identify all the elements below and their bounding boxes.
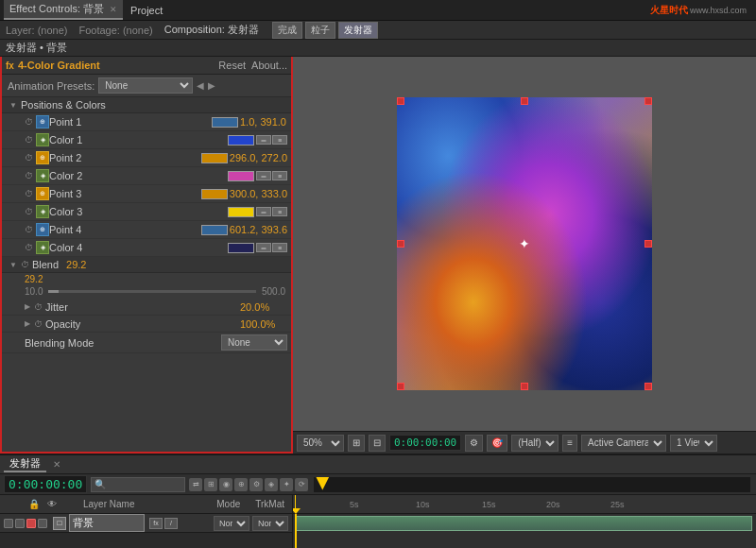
reset-btn[interactable]: Reset	[218, 60, 246, 71]
presets-nav-left[interactable]: ◀	[197, 80, 204, 91]
handle-middle-right[interactable]	[644, 240, 652, 248]
jitter-value[interactable]: 20.0%	[240, 301, 287, 313]
search-input[interactable]	[91, 477, 185, 492]
tl-layer-bar[interactable]	[295, 516, 752, 531]
layer-shy-btn[interactable]	[38, 519, 47, 528]
point2-stopwatch[interactable]: ⏱	[25, 153, 33, 163]
opacity-stopwatch[interactable]: ⏱	[34, 319, 43, 329]
tl-col-trkmat-header: TrkMat	[255, 499, 284, 509]
handle-top-right[interactable]	[644, 97, 652, 105]
particle-btn[interactable]: 粒子	[305, 22, 335, 39]
tl-icon-7[interactable]: ✦	[280, 478, 293, 491]
layer-lock-btn[interactable]	[15, 519, 25, 528]
point1-value[interactable]: 1.0, 391.0	[240, 116, 287, 128]
color4-mini-btn2[interactable]: ≡	[272, 243, 287, 252]
color4-mini-btn1[interactable]: ═	[256, 243, 271, 252]
time-tick-5s: 5s	[350, 500, 359, 509]
color2-stopwatch[interactable]: ⏱	[25, 171, 33, 180]
layer-mode-select[interactable]: Nor...	[214, 516, 249, 531]
comp-ctrl-btn2[interactable]: ⊟	[369, 435, 386, 452]
point3-color-chip[interactable]	[201, 189, 228, 199]
color1-chip[interactable]	[228, 135, 254, 146]
about-btn[interactable]: About...	[251, 60, 287, 71]
color2-mini-btn1[interactable]: ═	[256, 171, 271, 180]
handle-bottom-left[interactable]	[397, 383, 404, 390]
tl-icon-4[interactable]: ⊕	[234, 478, 248, 491]
project-tab[interactable]: Project	[125, 0, 168, 20]
comp-controls-bar: 50% ⊞ ⊟ 0:00:00:00 ⚙ 🎯 (Half) ≡ Active C…	[293, 431, 756, 454]
blend-value[interactable]: 29.2	[66, 259, 86, 270]
blend-slider[interactable]	[48, 290, 256, 293]
quality-select[interactable]: (Half)	[511, 435, 558, 452]
blend-display-value[interactable]: 29.2	[25, 274, 43, 284]
layer-name-field[interactable]: 背景	[69, 514, 145, 532]
point2-value[interactable]: 296.0, 272.0	[230, 152, 287, 163]
layer-fx-btn[interactable]: fx	[149, 518, 163, 529]
timeline-tab-close[interactable]: ✕	[53, 459, 60, 470]
tl-playhead[interactable]	[295, 514, 297, 548]
zoom-select[interactable]: 50%	[297, 435, 344, 452]
tl-icon-1[interactable]: ⇄	[189, 478, 202, 491]
color3-stopwatch[interactable]: ⏱	[25, 207, 33, 216]
point3-value[interactable]: 300.0, 333.0	[230, 188, 287, 199]
tl-col-header: 🔒 👁 Layer Name Mode TrkMat	[0, 495, 292, 514]
point1-color-chip[interactable]	[212, 117, 238, 128]
point4-color-chip[interactable]	[201, 225, 228, 235]
color3-label: Color 3	[49, 206, 228, 217]
tl-icon-5[interactable]: ⚙	[249, 478, 263, 491]
color2-icon: ◈	[36, 169, 49, 182]
emitter-btn[interactable]: 发射器	[338, 22, 378, 39]
layer-visibility-btn[interactable]	[4, 519, 13, 528]
color3-chip[interactable]	[228, 207, 254, 217]
comp-ctrl-btn3[interactable]: ⚙	[465, 435, 483, 452]
color4-stopwatch[interactable]: ⏱	[25, 243, 33, 252]
comp-ctrl-btn4[interactable]: 🎯	[487, 435, 507, 452]
presets-nav-right[interactable]: ▶	[208, 80, 215, 91]
color2-chip[interactable]	[228, 171, 254, 181]
layer-motion-btn[interactable]: /	[164, 518, 178, 529]
color3-mini-btn1[interactable]: ═	[256, 207, 271, 216]
layer-trkmat-select[interactable]: None	[252, 516, 288, 531]
comp-ctrl-btn1[interactable]: ⊞	[348, 435, 365, 452]
color1-mini-btn2[interactable]: ≡	[272, 135, 287, 145]
point3-stopwatch[interactable]: ⏱	[25, 189, 33, 198]
handle-bottom-right[interactable]	[644, 383, 652, 390]
handle-middle-left[interactable]	[397, 240, 404, 248]
view-select[interactable]: 1 View	[670, 435, 717, 452]
point4-stopwatch[interactable]: ⏱	[25, 225, 33, 234]
handle-top-left[interactable]	[397, 97, 404, 105]
effect-controls-tab[interactable]: Effect Controls: 背景 ✕	[4, 0, 123, 20]
layer-solo-btn[interactable]	[26, 519, 36, 528]
tl-icon-6[interactable]: ◈	[265, 478, 278, 491]
timeline-tab-emitter[interactable]: 发射器	[4, 456, 46, 472]
color1-row: ⏱ ◈ Color 1 ═ ≡	[2, 131, 291, 149]
point4-value[interactable]: 601.2, 393.6	[230, 224, 287, 235]
point2-color-chip[interactable]	[201, 153, 228, 163]
point1-stopwatch[interactable]: ⏱	[25, 117, 33, 127]
color1-stopwatch[interactable]: ⏱	[25, 135, 33, 145]
tl-col-visibility[interactable]: 👁	[47, 499, 57, 509]
comp-ctrl-btn5[interactable]: ≡	[562, 435, 577, 452]
tl-icon-3[interactable]: ◉	[219, 478, 232, 491]
handle-bottom-middle[interactable]	[521, 383, 528, 390]
tl-col-lock[interactable]: 🔒	[28, 499, 40, 509]
hxsd-logo: 火星时代	[650, 4, 688, 17]
jitter-stopwatch[interactable]: ⏱	[34, 302, 43, 312]
timeline-timecode[interactable]: 0:00:00:00	[4, 475, 87, 493]
color2-mini-btn2[interactable]: ≡	[272, 171, 287, 180]
color3-mini-btn2[interactable]: ≡	[272, 207, 287, 216]
tl-icon-8[interactable]: ⟳	[295, 478, 308, 491]
color1-mini-btn1[interactable]: ═	[256, 135, 271, 145]
color4-chip[interactable]	[228, 243, 254, 253]
complete-btn[interactable]: 完成	[272, 22, 302, 39]
layer-name-col-header: Layer Name	[64, 499, 209, 509]
blending-mode-select[interactable]: None	[221, 334, 287, 351]
camera-select[interactable]: Active Camera	[581, 435, 666, 452]
blend-stopwatch[interactable]: ⏱	[21, 260, 29, 269]
opacity-value[interactable]: 100.0%	[240, 318, 287, 330]
blend-caret: ▼	[9, 261, 17, 269]
handle-top-middle[interactable]	[521, 97, 528, 105]
presets-select[interactable]: None	[98, 77, 193, 94]
time-tick-15s: 15s	[482, 500, 496, 509]
tl-icon-2[interactable]: ⊞	[204, 478, 217, 491]
